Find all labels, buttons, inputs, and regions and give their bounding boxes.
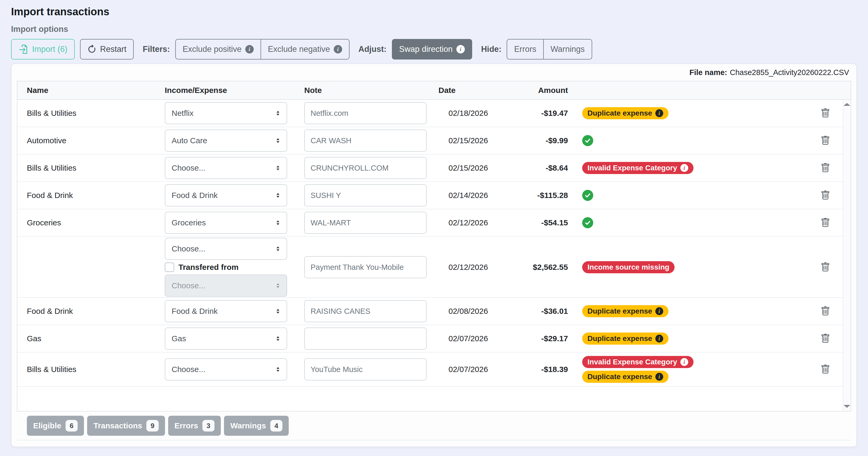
category-select[interactable]: Choose... bbox=[165, 157, 287, 179]
category-select[interactable]: Groceries bbox=[165, 212, 287, 234]
footer-button-label: Eligible bbox=[33, 421, 61, 430]
transactions-table: Name Income/Expense Note Date Amount Bil… bbox=[17, 81, 851, 412]
column-header-date: Date bbox=[438, 86, 528, 95]
count-badge: 3 bbox=[203, 420, 215, 431]
scroll-up-arrow-icon[interactable] bbox=[843, 103, 850, 106]
row-amount: -$19.47 bbox=[528, 109, 570, 118]
table-row: Choose...Transfered fromChoose...02/12/2… bbox=[18, 237, 843, 298]
row-status-cell: Duplicate expense bbox=[570, 107, 807, 119]
row-name: Food & Drink bbox=[18, 307, 165, 316]
delete-row-button[interactable] bbox=[818, 161, 832, 175]
badge-label: Income source missing bbox=[587, 263, 669, 271]
footer-errors-button[interactable]: Errors3 bbox=[168, 416, 221, 436]
row-date: 02/07/2026 bbox=[438, 334, 528, 343]
hide-errors-button[interactable]: Errors bbox=[507, 39, 544, 60]
row-note-cell bbox=[304, 300, 438, 322]
note-input[interactable] bbox=[304, 102, 427, 124]
trash-icon bbox=[820, 334, 830, 343]
restart-button[interactable]: Restart bbox=[80, 39, 134, 60]
row-status-cell: Income source missing bbox=[570, 261, 807, 273]
delete-row-button[interactable] bbox=[818, 216, 832, 230]
row-note-cell bbox=[304, 129, 438, 152]
row-note-cell bbox=[304, 102, 438, 124]
note-input[interactable] bbox=[304, 358, 427, 381]
note-input[interactable] bbox=[304, 300, 427, 322]
import-button[interactable]: Import (6) bbox=[11, 39, 75, 60]
delete-row-button[interactable] bbox=[818, 261, 832, 274]
scroll-down-arrow-icon[interactable] bbox=[843, 405, 850, 408]
delete-row-button[interactable] bbox=[818, 134, 832, 147]
category-select[interactable]: Choose... bbox=[165, 358, 287, 381]
row-status-cell: Duplicate expense bbox=[570, 305, 807, 317]
row-note-cell bbox=[304, 184, 438, 206]
delete-row-button[interactable] bbox=[818, 332, 832, 345]
category-select[interactable]: Food & Drink bbox=[165, 184, 287, 206]
note-input[interactable] bbox=[304, 256, 427, 278]
delete-row-button[interactable] bbox=[818, 363, 832, 376]
success-check-icon bbox=[582, 135, 593, 146]
error-badge: Invalid Expense Category bbox=[582, 162, 693, 174]
footer-eligible-button[interactable]: Eligible6 bbox=[27, 416, 84, 436]
category-select[interactable]: Auto Care bbox=[165, 129, 287, 152]
delete-row-button[interactable] bbox=[818, 304, 832, 318]
note-input[interactable] bbox=[304, 212, 427, 234]
hide-errors-label: Errors bbox=[514, 44, 536, 54]
restart-button-label: Restart bbox=[100, 44, 126, 54]
row-delete-cell bbox=[807, 261, 844, 274]
row-amount: -$18.39 bbox=[528, 365, 570, 374]
exclude-positive-button[interactable]: Exclude positive bbox=[175, 39, 261, 60]
footer-warnings-button[interactable]: Warnings4 bbox=[224, 416, 289, 436]
row-status-cell: Invalid Expense CategoryDuplicate expens… bbox=[570, 356, 807, 383]
category-select[interactable]: Choose... bbox=[165, 275, 287, 297]
checkbox-icon[interactable] bbox=[165, 263, 174, 272]
info-icon bbox=[334, 45, 342, 54]
category-select-value: Choose... bbox=[172, 163, 205, 173]
category-select[interactable]: Choose... bbox=[165, 238, 287, 260]
note-input[interactable] bbox=[304, 157, 427, 179]
row-category-cell: Gas bbox=[165, 328, 304, 349]
summary-footer: Eligible6Transactions9Errors3Warnings4 bbox=[17, 412, 851, 440]
row-amount: -$115.28 bbox=[528, 191, 570, 200]
row-delete-cell bbox=[807, 332, 844, 345]
import-transactions-page: Import transactions Import options Impor… bbox=[0, 0, 868, 447]
row-category-cell: Auto Care bbox=[165, 129, 304, 152]
category-select[interactable]: Gas bbox=[165, 328, 287, 349]
column-header-income-expense: Income/Expense bbox=[165, 86, 304, 95]
exclude-negative-button[interactable]: Exclude negative bbox=[260, 39, 349, 60]
transfered-from-toggle[interactable]: Transfered from bbox=[165, 263, 304, 272]
row-name: Food & Drink bbox=[18, 191, 165, 200]
delete-row-button[interactable] bbox=[818, 188, 832, 202]
select-arrows-icon bbox=[275, 110, 281, 117]
row-name: Gas bbox=[18, 334, 165, 343]
row-note-cell bbox=[304, 256, 438, 278]
hide-warnings-button[interactable]: Warnings bbox=[543, 39, 592, 60]
table-body: Bills & UtilitiesNetflix02/18/2026-$19.4… bbox=[18, 100, 850, 411]
trash-icon bbox=[820, 109, 830, 118]
trash-icon bbox=[820, 263, 830, 272]
delete-row-button[interactable] bbox=[818, 107, 832, 120]
vertical-scrollbar bbox=[843, 100, 850, 411]
select-arrows-icon bbox=[275, 219, 281, 226]
badge-label: Invalid Expense Category bbox=[587, 164, 677, 172]
transfered-from-label: Transfered from bbox=[179, 263, 239, 272]
row-delete-cell bbox=[807, 134, 844, 147]
note-input[interactable] bbox=[304, 184, 427, 206]
error-badge: Invalid Expense Category bbox=[582, 356, 693, 368]
trash-icon bbox=[820, 136, 830, 145]
row-status-cell: Duplicate expense bbox=[570, 333, 807, 345]
warning-badge: Duplicate expense bbox=[582, 333, 669, 345]
warning-badge: Duplicate expense bbox=[582, 305, 669, 317]
note-input[interactable] bbox=[304, 129, 427, 152]
table-row: Bills & UtilitiesChoose...02/15/2026-$8.… bbox=[18, 155, 843, 182]
category-select-value: Gas bbox=[172, 334, 186, 343]
row-date: 02/07/2026 bbox=[438, 365, 528, 374]
category-select[interactable]: Netflix bbox=[165, 102, 287, 124]
category-select[interactable]: Food & Drink bbox=[165, 300, 287, 322]
error-badge: Income source missing bbox=[582, 261, 675, 273]
swap-direction-button[interactable]: Swap direction bbox=[392, 39, 472, 60]
footer-transactions-button[interactable]: Transactions9 bbox=[87, 416, 165, 436]
row-status-cell bbox=[570, 217, 807, 228]
note-input[interactable] bbox=[304, 328, 427, 349]
row-date: 02/15/2026 bbox=[438, 136, 528, 145]
row-amount: -$54.15 bbox=[528, 218, 570, 227]
